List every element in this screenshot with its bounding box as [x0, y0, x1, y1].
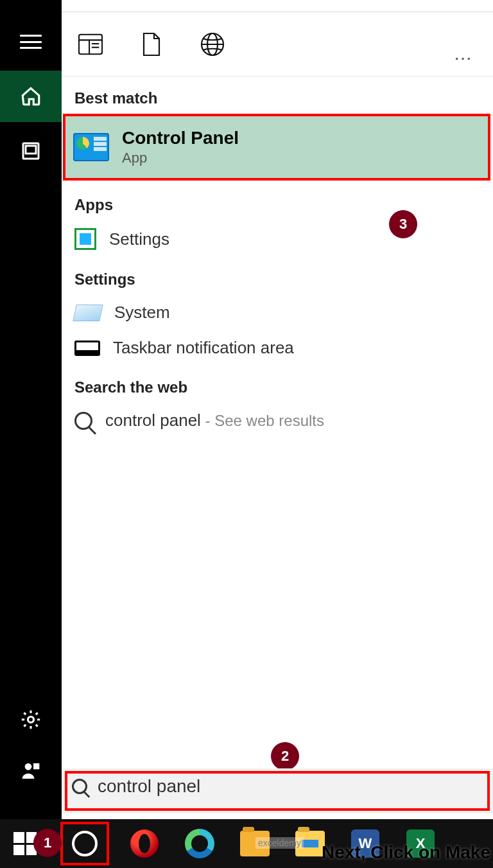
- callout-badge-1: 1: [33, 829, 62, 857]
- system-icon: [73, 305, 103, 321]
- tab-web[interactable]: [200, 31, 225, 57]
- home-icon: [20, 85, 42, 107]
- best-match-result[interactable]: Control Panel App: [65, 116, 488, 178]
- tab-documents[interactable]: [139, 31, 164, 57]
- cortana-search-button[interactable]: [72, 831, 98, 856]
- rail-home-button[interactable]: [0, 71, 62, 122]
- hamburger-icon: [20, 35, 42, 49]
- section-apps: Apps: [62, 183, 493, 220]
- person-icon: [21, 761, 41, 781]
- svg-point-3: [25, 763, 32, 770]
- edge-icon: [185, 829, 214, 858]
- apps-result-label: Settings: [109, 229, 169, 249]
- tab-more-button[interactable]: ⋯: [454, 48, 474, 69]
- taskbar-app-edge[interactable]: [180, 824, 220, 864]
- search-left-rail: [0, 0, 62, 819]
- web-query-text: control panel: [105, 411, 201, 430]
- taskbar-area-icon: [74, 341, 100, 356]
- callout-badge-3: 3: [389, 210, 417, 238]
- search-icon: [74, 412, 92, 430]
- taskbar-app-folder-1[interactable]: [235, 824, 275, 864]
- gear-icon: [20, 709, 42, 731]
- rail-account-button[interactable]: [0, 748, 62, 793]
- taskbar-app-file-explorer[interactable]: [290, 824, 330, 864]
- search-box-text: control panel: [98, 776, 200, 797]
- taskbar-app-excel[interactable]: X: [401, 824, 440, 864]
- tab-all[interactable]: [78, 31, 103, 57]
- apps-result-settings[interactable]: Settings: [62, 220, 493, 258]
- section-search-web: Search the web: [62, 366, 493, 403]
- svg-point-2: [28, 716, 33, 722]
- folder-icon: [240, 831, 270, 856]
- rail-menu-button[interactable]: [0, 19, 62, 64]
- callout-highlight-1: [60, 822, 109, 865]
- control-panel-icon: [73, 133, 109, 161]
- rail-photos-button[interactable]: [0, 128, 62, 173]
- callout-badge-2: 2: [271, 742, 299, 770]
- settings-result-label: System: [114, 303, 170, 323]
- document-icon: [142, 32, 161, 57]
- photo-icon: [21, 141, 41, 161]
- svg-rect-1: [26, 146, 36, 154]
- settings-result-taskbar[interactable]: Taskbar notification area: [62, 330, 493, 366]
- svg-rect-4: [33, 763, 39, 769]
- search-icon: [72, 779, 87, 794]
- settings-result-label: Taskbar notification area: [113, 338, 294, 358]
- file-explorer-icon: [295, 831, 325, 856]
- section-settings: Settings: [62, 258, 493, 295]
- rail-settings-button[interactable]: [0, 697, 62, 742]
- globe-icon: [200, 32, 225, 57]
- all-icon: [78, 33, 103, 55]
- web-result-suffix: - See web results: [201, 412, 324, 429]
- opera-icon: [130, 829, 159, 858]
- best-match-subtitle: App: [122, 150, 239, 166]
- taskbar-app-opera[interactable]: [125, 824, 164, 864]
- web-result[interactable]: control panel - See web results: [62, 403, 493, 438]
- search-scope-tabs: ⋯: [62, 12, 493, 76]
- windows-taskbar: W X: [0, 819, 493, 868]
- settings-result-system[interactable]: System: [62, 295, 493, 330]
- best-match-title: Control Panel: [122, 128, 239, 148]
- settings-app-icon: [74, 228, 96, 250]
- callout-highlight-3: Control Panel App: [63, 114, 490, 181]
- cortana-icon: [72, 831, 98, 856]
- section-best-match: Best match: [62, 76, 493, 114]
- word-icon: W: [351, 829, 379, 858]
- search-results-panel: ⋯ Best match Control Panel App 3 Apps Se…: [62, 0, 493, 819]
- taskbar-app-word[interactable]: W: [345, 824, 385, 864]
- excel-icon: X: [406, 829, 435, 858]
- search-box[interactable]: control panel: [62, 768, 493, 813]
